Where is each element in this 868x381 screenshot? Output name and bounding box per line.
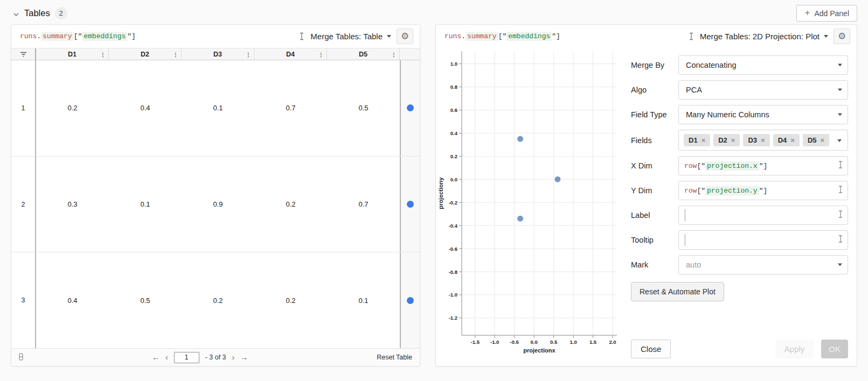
field-tag-d5[interactable]: D5× <box>803 134 829 146</box>
prev-page-icon[interactable]: ‹ <box>165 354 168 361</box>
text-cursor-icon <box>688 32 695 40</box>
y-dim-input[interactable]: row["projection.y"] <box>678 181 848 200</box>
panel-settings-button[interactable]: ⚙ <box>397 29 413 44</box>
svg-text:-0.5: -0.5 <box>510 339 519 345</box>
remove-field-icon[interactable]: × <box>761 137 765 144</box>
row-index: 3 <box>11 252 36 348</box>
code-token-punct: [" <box>74 32 82 41</box>
x-dim-input[interactable]: row["projection.x"] <box>678 156 848 175</box>
panel-mode-label: Merge Tables: Table <box>310 32 383 41</box>
panel-settings-button[interactable]: ⚙ <box>834 29 850 44</box>
text-cursor-icon <box>837 210 844 221</box>
code-token-ident: row <box>684 186 697 195</box>
table-cell: 0.7 <box>254 60 327 156</box>
field-type-row: Field Type Many Numeric Columns <box>631 105 848 124</box>
remove-field-icon[interactable]: × <box>731 137 735 144</box>
page-range-label: - 3 of 3 <box>205 354 226 361</box>
add-panel-button[interactable]: + Add Panel <box>796 5 857 22</box>
field-type-select[interactable]: Many Numeric Columns <box>678 105 848 124</box>
svg-text:0.8: 0.8 <box>450 84 457 90</box>
table-cell: 0.4 <box>109 60 182 156</box>
field-tag-d4[interactable]: D4× <box>773 134 800 146</box>
field-tag-d2[interactable]: D2× <box>713 134 740 146</box>
text-cursor-icon <box>298 32 305 40</box>
caret-down-icon <box>838 264 842 266</box>
code-token-punct: "] <box>759 161 768 171</box>
algo-select[interactable]: PCA <box>678 80 848 100</box>
projection-panel: runs.summary["embeddings"] Merge Tables:… <box>435 24 857 366</box>
scatter-preview-dot <box>407 201 414 208</box>
panel-expression[interactable]: runs.summary["embeddings"] <box>20 32 136 40</box>
next-page-icon[interactable]: › <box>232 354 235 361</box>
last-page-arrow-icon[interactable]: → <box>240 354 248 361</box>
field-tag-d3[interactable]: D3× <box>743 134 769 146</box>
fields-multiselect[interactable]: D1×D2×D3×D4×D5× <box>678 130 848 151</box>
reset-automate-plot-button[interactable]: Reset & Automate Plot <box>631 282 724 301</box>
column-header-d2[interactable]: D2⋮ <box>109 48 182 60</box>
column-header-d4[interactable]: D4⋮ <box>254 48 327 60</box>
close-button[interactable]: Close <box>631 340 671 358</box>
scatter-preview-dot <box>407 104 414 111</box>
caret-down-icon <box>838 64 842 67</box>
caret-down-icon <box>387 35 391 38</box>
mark-select[interactable]: auto <box>678 255 848 274</box>
remove-field-icon[interactable]: × <box>821 137 825 144</box>
apply-button[interactable]: Apply <box>775 340 814 358</box>
code-token-string: embeddings <box>506 32 552 41</box>
label-input[interactable] <box>678 206 848 225</box>
column-menu-icon[interactable]: ⋮ <box>173 51 178 57</box>
remove-field-icon[interactable]: × <box>790 137 795 144</box>
text-cursor-icon <box>837 186 844 196</box>
column-header-d3[interactable]: D3⋮ <box>182 48 254 60</box>
code-token-punct: "] <box>759 186 768 195</box>
code-token-ident: runs <box>20 32 37 41</box>
reset-table-link[interactable]: Reset Table <box>377 354 412 361</box>
table-panel-header: runs.summary["embeddings"] Merge Tables:… <box>11 25 420 48</box>
panel-mode-dropdown[interactable]: Merge Tables: Table <box>310 32 391 41</box>
gear-icon: ⚙ <box>838 32 846 41</box>
chevron-down-icon[interactable] <box>13 10 19 17</box>
caret-down-icon <box>824 35 828 38</box>
row-height-icon[interactable] <box>19 353 23 362</box>
x-dim-row: X Dim row["projection.x"] <box>631 156 848 175</box>
projection-panel-controls: Merge Tables: 2D Projection: Plot ⚙ <box>688 29 850 44</box>
projection-content: -1.5-1.0-0.50.00.51.01.52.01.00.80.60.40… <box>436 48 857 366</box>
table-cell: 0.2 <box>254 157 327 252</box>
svg-text:1.0: 1.0 <box>450 61 457 67</box>
tooltip-input[interactable] <box>678 230 848 250</box>
column-header-d1[interactable]: D1⋮ <box>36 48 109 60</box>
table-cell: 0.7 <box>327 157 400 252</box>
field-tag-d1[interactable]: D1× <box>684 134 710 146</box>
text-cursor-icon <box>837 161 844 171</box>
merge-by-select[interactable]: Concatenating <box>678 55 848 75</box>
column-menu-icon[interactable]: ⋮ <box>100 51 106 57</box>
svg-text:-0.8: -0.8 <box>449 269 457 275</box>
first-page-arrow-icon[interactable]: ← <box>152 354 159 361</box>
projection-panel-header: runs.summary["embeddings"] Merge Tables:… <box>436 25 857 48</box>
text-cursor-icon <box>837 235 844 245</box>
svg-text:-1.0: -1.0 <box>449 292 457 298</box>
add-panel-label: Add Panel <box>814 9 849 18</box>
y-dim-label: Y Dim <box>631 186 678 195</box>
ok-button[interactable]: OK <box>821 340 848 358</box>
plus-icon: + <box>804 8 810 17</box>
column-menu-icon[interactable]: ⋮ <box>246 51 251 57</box>
fields-label: Fields <box>631 136 678 145</box>
svg-text:1.5: 1.5 <box>589 339 597 345</box>
remove-field-icon[interactable]: × <box>702 137 706 144</box>
page-input[interactable] <box>174 352 199 363</box>
scatter-preview-cell <box>400 60 420 156</box>
panel-mode-dropdown[interactable]: Merge Tables: 2D Projection: Plot <box>700 32 828 41</box>
tooltip-label: Tooltip <box>631 236 678 244</box>
column-menu-icon[interactable]: ⋮ <box>318 51 324 57</box>
svg-text:0.4: 0.4 <box>450 130 458 136</box>
code-token-ident: runs <box>445 32 461 41</box>
column-header-d5[interactable]: D5⋮ <box>327 48 400 60</box>
panel-expression[interactable]: runs.summary["embeddings"] <box>445 32 560 40</box>
table-cell: 0.2 <box>36 60 109 156</box>
table-cell: 0.9 <box>182 157 254 252</box>
svg-text:0.0: 0.0 <box>531 339 538 345</box>
table-row: 10.20.40.10.70.5 <box>11 60 420 157</box>
column-menu-icon[interactable]: ⋮ <box>391 51 397 57</box>
filter-icon[interactable] <box>11 48 36 60</box>
